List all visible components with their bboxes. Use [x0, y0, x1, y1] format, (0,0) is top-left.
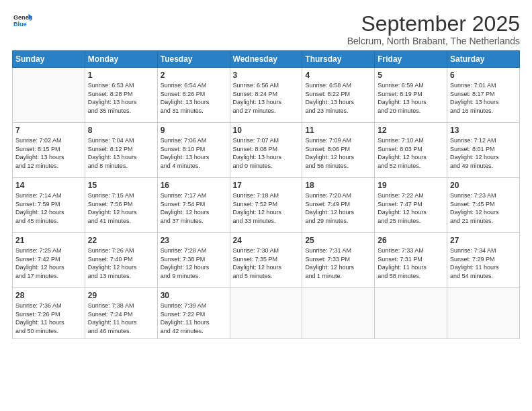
day-number: 22	[88, 236, 154, 245]
day-info: Sunrise: 7:06 AMSunset: 8:10 PMDaylight:…	[161, 136, 227, 170]
table-row: 21Sunrise: 7:25 AMSunset: 7:42 PMDayligh…	[13, 233, 85, 288]
day-info: Sunrise: 7:25 AMSunset: 7:42 PMDaylight:…	[15, 246, 82, 280]
table-row: 16Sunrise: 7:17 AMSunset: 7:54 PMDayligh…	[157, 178, 230, 233]
day-number: 4	[305, 71, 371, 80]
table-row: 3Sunrise: 6:56 AMSunset: 8:24 PMDaylight…	[230, 68, 302, 123]
table-row: 28Sunrise: 7:36 AMSunset: 7:26 PMDayligh…	[13, 288, 85, 338]
day-number: 20	[450, 181, 517, 190]
table-row: 14Sunrise: 7:14 AMSunset: 7:59 PMDayligh…	[13, 178, 85, 233]
logo: General Blue	[12, 12, 32, 34]
day-number: 19	[378, 181, 444, 190]
table-row: 11Sunrise: 7:09 AMSunset: 8:06 PMDayligh…	[302, 123, 375, 178]
day-number: 17	[233, 181, 300, 190]
month-title: September 2025	[347, 12, 520, 36]
day-info: Sunrise: 7:34 AMSunset: 7:29 PMDaylight:…	[450, 246, 517, 280]
table-row: 13Sunrise: 7:12 AMSunset: 8:01 PMDayligh…	[447, 123, 520, 178]
logo-icon: General Blue	[13, 12, 32, 31]
day-number: 12	[378, 126, 444, 135]
table-row: 26Sunrise: 7:33 AMSunset: 7:31 PMDayligh…	[375, 233, 447, 288]
day-number: 16	[161, 181, 227, 190]
svg-text:Blue: Blue	[13, 21, 27, 28]
day-number: 8	[88, 126, 154, 135]
col-monday: Monday	[85, 51, 157, 68]
calendar-table: Sunday Monday Tuesday Wednesday Thursday…	[12, 50, 520, 338]
table-row: 8Sunrise: 7:04 AMSunset: 8:12 PMDaylight…	[85, 123, 157, 178]
col-friday: Friday	[375, 51, 447, 68]
day-info: Sunrise: 7:01 AMSunset: 8:17 PMDaylight:…	[450, 81, 517, 115]
table-row: 19Sunrise: 7:22 AMSunset: 7:47 PMDayligh…	[375, 178, 447, 233]
day-info: Sunrise: 7:33 AMSunset: 7:31 PMDaylight:…	[378, 246, 444, 280]
day-info: Sunrise: 6:59 AMSunset: 8:19 PMDaylight:…	[378, 81, 444, 115]
day-number: 18	[305, 181, 371, 190]
table-row: 15Sunrise: 7:15 AMSunset: 7:56 PMDayligh…	[85, 178, 157, 233]
table-row: 10Sunrise: 7:07 AMSunset: 8:08 PMDayligh…	[230, 123, 302, 178]
day-number: 2	[161, 71, 227, 80]
day-info: Sunrise: 7:02 AMSunset: 8:15 PMDaylight:…	[15, 136, 82, 170]
table-row: 23Sunrise: 7:28 AMSunset: 7:38 PMDayligh…	[157, 233, 230, 288]
day-info: Sunrise: 7:07 AMSunset: 8:08 PMDaylight:…	[233, 136, 300, 170]
table-row: 9Sunrise: 7:06 AMSunset: 8:10 PMDaylight…	[157, 123, 230, 178]
table-row: 22Sunrise: 7:26 AMSunset: 7:40 PMDayligh…	[85, 233, 157, 288]
day-info: Sunrise: 6:53 AMSunset: 8:28 PMDaylight:…	[88, 81, 154, 115]
day-number: 10	[233, 126, 300, 135]
location: Belcrum, North Brabant, The Netherlands	[347, 36, 520, 46]
day-info: Sunrise: 6:54 AMSunset: 8:26 PMDaylight:…	[161, 81, 227, 115]
day-info: Sunrise: 7:39 AMSunset: 7:22 PMDaylight:…	[161, 302, 227, 335]
day-number: 6	[450, 71, 517, 80]
day-number: 14	[15, 181, 82, 190]
table-row	[447, 288, 520, 338]
table-row: 27Sunrise: 7:34 AMSunset: 7:29 PMDayligh…	[447, 233, 520, 288]
day-number: 23	[161, 236, 227, 245]
table-row: 7Sunrise: 7:02 AMSunset: 8:15 PMDaylight…	[13, 123, 85, 178]
table-row: 6Sunrise: 7:01 AMSunset: 8:17 PMDaylight…	[447, 68, 520, 123]
table-row	[230, 288, 302, 338]
day-info: Sunrise: 7:12 AMSunset: 8:01 PMDaylight:…	[450, 136, 517, 170]
day-info: Sunrise: 7:15 AMSunset: 7:56 PMDaylight:…	[88, 191, 154, 225]
day-number: 30	[161, 291, 227, 300]
table-row: 1Sunrise: 6:53 AMSunset: 8:28 PMDaylight…	[85, 68, 157, 123]
day-info: Sunrise: 6:58 AMSunset: 8:22 PMDaylight:…	[305, 81, 371, 115]
day-info: Sunrise: 7:36 AMSunset: 7:26 PMDaylight:…	[15, 302, 82, 335]
day-number: 24	[233, 236, 300, 245]
table-row: 18Sunrise: 7:20 AMSunset: 7:49 PMDayligh…	[302, 178, 375, 233]
table-row: 20Sunrise: 7:23 AMSunset: 7:45 PMDayligh…	[447, 178, 520, 233]
col-saturday: Saturday	[447, 51, 520, 68]
day-number: 7	[15, 126, 82, 135]
day-number: 9	[161, 126, 227, 135]
day-number: 5	[378, 71, 444, 80]
day-info: Sunrise: 7:10 AMSunset: 8:03 PMDaylight:…	[378, 136, 444, 170]
day-number: 11	[305, 126, 371, 135]
table-row	[302, 288, 375, 338]
day-info: Sunrise: 7:30 AMSunset: 7:35 PMDaylight:…	[233, 246, 300, 280]
title-block: September 2025 Belcrum, North Brabant, T…	[347, 12, 520, 46]
day-number: 25	[305, 236, 371, 245]
day-number: 28	[15, 291, 82, 300]
day-info: Sunrise: 7:18 AMSunset: 7:52 PMDaylight:…	[233, 191, 300, 225]
table-row: 17Sunrise: 7:18 AMSunset: 7:52 PMDayligh…	[230, 178, 302, 233]
day-info: Sunrise: 7:26 AMSunset: 7:40 PMDaylight:…	[88, 246, 154, 280]
day-info: Sunrise: 7:22 AMSunset: 7:47 PMDaylight:…	[378, 191, 444, 225]
table-row: 24Sunrise: 7:30 AMSunset: 7:35 PMDayligh…	[230, 233, 302, 288]
day-number: 29	[88, 291, 154, 300]
day-info: Sunrise: 7:17 AMSunset: 7:54 PMDaylight:…	[161, 191, 227, 225]
col-sunday: Sunday	[13, 51, 85, 68]
table-row: 4Sunrise: 6:58 AMSunset: 8:22 PMDaylight…	[302, 68, 375, 123]
day-info: Sunrise: 7:20 AMSunset: 7:49 PMDaylight:…	[305, 191, 371, 225]
table-row: 30Sunrise: 7:39 AMSunset: 7:22 PMDayligh…	[157, 288, 230, 338]
table-row: 5Sunrise: 6:59 AMSunset: 8:19 PMDaylight…	[375, 68, 447, 123]
col-tuesday: Tuesday	[157, 51, 230, 68]
page: General Blue September 2025 Belcrum, Nor…	[0, 0, 532, 411]
day-info: Sunrise: 7:09 AMSunset: 8:06 PMDaylight:…	[305, 136, 371, 170]
table-row	[13, 68, 85, 123]
table-row: 2Sunrise: 6:54 AMSunset: 8:26 PMDaylight…	[157, 68, 230, 123]
day-info: Sunrise: 7:28 AMSunset: 7:38 PMDaylight:…	[161, 246, 227, 280]
table-row: 25Sunrise: 7:31 AMSunset: 7:33 PMDayligh…	[302, 233, 375, 288]
day-info: Sunrise: 7:14 AMSunset: 7:59 PMDaylight:…	[15, 191, 82, 225]
header-row: Sunday Monday Tuesday Wednesday Thursday…	[13, 51, 520, 68]
day-number: 1	[88, 71, 154, 80]
col-wednesday: Wednesday	[230, 51, 302, 68]
day-info: Sunrise: 7:31 AMSunset: 7:33 PMDaylight:…	[305, 246, 371, 280]
day-number: 21	[15, 236, 82, 245]
table-row	[375, 288, 447, 338]
table-row: 12Sunrise: 7:10 AMSunset: 8:03 PMDayligh…	[375, 123, 447, 178]
